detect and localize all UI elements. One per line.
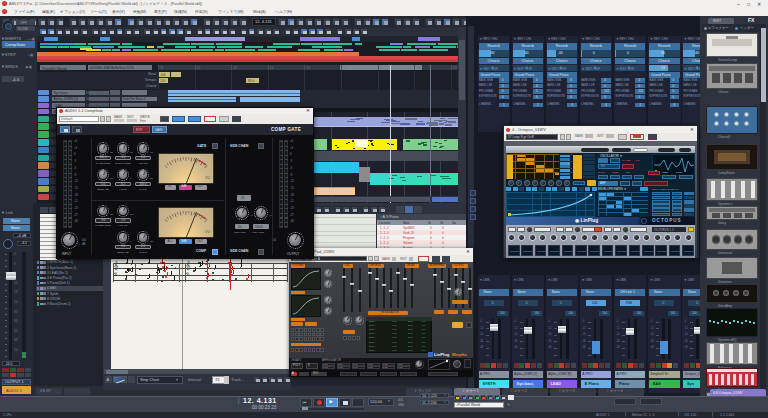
svg-text:VU: VU <box>205 176 211 180</box>
svg-text:VU: VU <box>205 230 211 234</box>
